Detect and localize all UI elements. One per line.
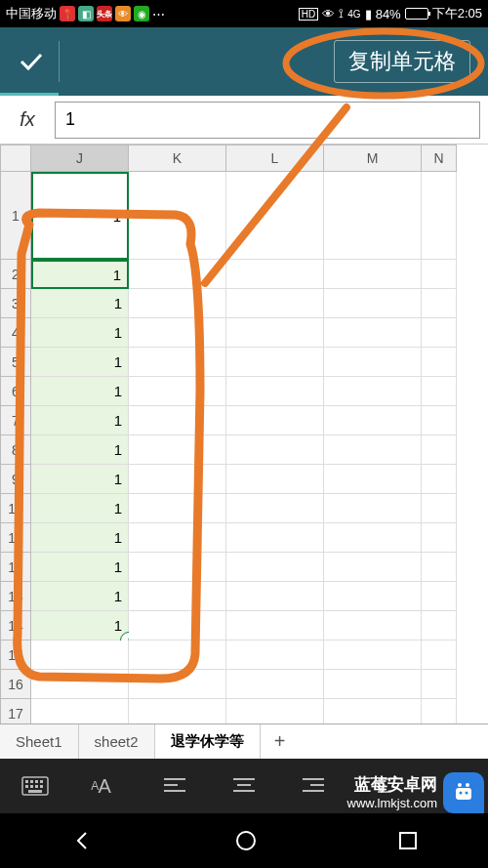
col-header-N[interactable]: N <box>422 145 457 172</box>
cell-L10[interactable] <box>226 494 324 523</box>
row-header-6[interactable]: 6 <box>0 377 31 406</box>
row-header-1[interactable]: 1 <box>0 172 31 260</box>
row-header-3[interactable]: 3 <box>0 289 31 318</box>
cell-N7[interactable] <box>422 406 457 435</box>
cell-L5[interactable] <box>226 348 324 377</box>
cell-K3[interactable] <box>129 289 226 318</box>
row-header-9[interactable]: 9 <box>0 465 31 494</box>
cell-J10[interactable]: 1 <box>31 494 129 523</box>
cell-J12[interactable]: 1 <box>31 553 129 582</box>
cell-N11[interactable] <box>422 523 457 553</box>
cell-M12[interactable] <box>324 553 422 582</box>
cell-L13[interactable] <box>226 582 324 611</box>
cell-J4[interactable]: 1 <box>31 318 129 348</box>
align-left-button[interactable] <box>155 777 194 795</box>
col-header-J[interactable]: J <box>31 145 129 172</box>
cell-M11[interactable] <box>324 523 422 553</box>
cell-J9[interactable]: 1 <box>31 465 129 494</box>
col-header-K[interactable]: K <box>129 145 226 172</box>
cell-M4[interactable] <box>324 318 422 348</box>
cell-N16[interactable] <box>422 670 457 699</box>
sheet-tab-2[interactable]: sheet2 <box>79 724 155 759</box>
row-header-10[interactable]: 10 <box>0 494 31 523</box>
cell-L11[interactable] <box>226 523 324 553</box>
align-right-button[interactable] <box>294 777 333 795</box>
cell-N4[interactable] <box>422 318 457 348</box>
row-header-15[interactable]: 15 <box>0 641 31 670</box>
cell-L8[interactable] <box>226 435 324 465</box>
cell-L3[interactable] <box>226 289 324 318</box>
cell-J8[interactable]: 1 <box>31 435 129 465</box>
cell-J13[interactable]: 1 <box>31 582 129 611</box>
spreadsheet-grid[interactable]: J K L M N 112131415161718191101111121131… <box>0 145 488 728</box>
cell-N9[interactable] <box>422 465 457 494</box>
cell-K6[interactable] <box>129 377 226 406</box>
cell-J14[interactable]: 1+ <box>31 611 129 641</box>
cell-J16[interactable] <box>31 670 129 699</box>
cell-N3[interactable] <box>422 289 457 318</box>
row-header-7[interactable]: 7 <box>0 406 31 435</box>
cell-M9[interactable] <box>324 465 422 494</box>
back-button[interactable] <box>70 829 94 852</box>
cell-K4[interactable] <box>129 318 226 348</box>
cell-J15[interactable] <box>31 641 129 670</box>
keyboard-button[interactable] <box>16 776 55 796</box>
cell-K5[interactable] <box>129 348 226 377</box>
align-center-button[interactable] <box>224 777 264 795</box>
cell-M1[interactable] <box>324 172 422 260</box>
cell-J1[interactable]: 1 <box>31 172 129 260</box>
cell-K1[interactable] <box>129 172 226 260</box>
cell-L9[interactable] <box>226 465 324 494</box>
cell-M3[interactable] <box>324 289 422 318</box>
cell-L7[interactable] <box>226 406 324 435</box>
cell-L14[interactable] <box>226 611 324 641</box>
row-header-11[interactable]: 11 <box>0 523 31 553</box>
cell-M10[interactable] <box>324 494 422 523</box>
cell-M15[interactable] <box>324 641 422 670</box>
cell-L1[interactable] <box>226 172 324 260</box>
cell-J2[interactable]: 1 <box>31 260 129 289</box>
select-all-corner[interactable] <box>0 145 31 172</box>
cell-M7[interactable] <box>324 406 422 435</box>
cell-K16[interactable] <box>129 670 226 699</box>
row-header-12[interactable]: 12 <box>0 553 31 582</box>
row-header-13[interactable]: 13 <box>0 582 31 611</box>
sheet-tab-3[interactable]: 退学休学等 <box>155 724 261 760</box>
cell-L15[interactable] <box>226 641 324 670</box>
cell-N13[interactable] <box>422 582 457 611</box>
col-header-L[interactable]: L <box>226 145 324 172</box>
row-header-14[interactable]: 14 <box>0 611 31 641</box>
cell-M2[interactable] <box>324 260 422 289</box>
cell-K2[interactable] <box>129 260 226 289</box>
cell-N12[interactable] <box>422 553 457 582</box>
cell-N2[interactable] <box>422 260 457 289</box>
cell-J3[interactable]: 1 <box>31 289 129 318</box>
sheet-tab-1[interactable]: Sheet1 <box>0 724 79 759</box>
cell-M5[interactable] <box>324 348 422 377</box>
cell-M6[interactable] <box>324 377 422 406</box>
cell-L2[interactable] <box>226 260 324 289</box>
cell-K10[interactable] <box>129 494 226 523</box>
col-header-M[interactable]: M <box>324 145 422 172</box>
copy-cells-button[interactable]: 复制单元格 <box>334 40 470 83</box>
cell-N6[interactable] <box>422 377 457 406</box>
fx-label[interactable]: fx <box>8 108 47 131</box>
cell-N10[interactable] <box>422 494 457 523</box>
formula-input[interactable] <box>55 102 480 139</box>
cell-K9[interactable] <box>129 465 226 494</box>
row-header-5[interactable]: 5 <box>0 348 31 377</box>
cell-M16[interactable] <box>324 670 422 699</box>
confirm-button[interactable] <box>12 42 51 81</box>
cell-L16[interactable] <box>226 670 324 699</box>
cell-N5[interactable] <box>422 348 457 377</box>
font-button[interactable]: A A <box>85 775 124 798</box>
cell-J7[interactable]: 1 <box>31 406 129 435</box>
recent-button[interactable] <box>398 831 418 850</box>
row-header-4[interactable]: 4 <box>0 318 31 348</box>
row-header-2[interactable]: 2 <box>0 260 31 289</box>
cell-M13[interactable] <box>324 582 422 611</box>
cell-J6[interactable]: 1 <box>31 377 129 406</box>
row-header-8[interactable]: 8 <box>0 435 31 465</box>
cell-N8[interactable] <box>422 435 457 465</box>
cell-K14[interactable] <box>129 611 226 641</box>
